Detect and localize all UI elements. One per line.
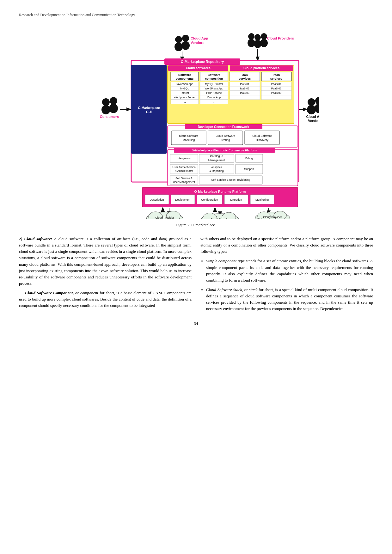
svg-point-4 <box>181 41 190 50</box>
software-composition-header2: composition <box>205 77 223 80</box>
paas-services-header2: services <box>270 77 282 80</box>
user-auth-label: User Authentication <box>172 166 196 169</box>
bullet-list: Simple component type stands for a set o… <box>200 258 373 312</box>
body-left-component: component <box>80 290 98 295</box>
o-marketplace-gui-label2: GUI <box>146 110 152 114</box>
diagram-svg-wrap: Cloud App Vendors Cloud Providers <box>73 23 319 220</box>
ecommerce-platform-label: O-Marketplace Electronic Commerce Platfo… <box>192 149 257 152</box>
svg-point-65 <box>101 105 110 114</box>
body-col-right: with others and to be deployed on a spec… <box>200 236 373 315</box>
page-number: 34 <box>19 321 373 326</box>
iaas-services-header: IaaS <box>242 73 248 76</box>
cloud-sw-component-label: Cloud Software Component, <box>25 290 74 295</box>
runtime-platform-label: O-Marketplace Runtime Platform <box>194 190 246 193</box>
svg-point-5 <box>254 34 261 40</box>
diagram-svg: Cloud App Vendors Cloud Providers <box>73 23 319 219</box>
cloud-platform-services-label: Cloud platform services <box>243 66 279 70</box>
developer-connection-label: Developer Connection Framework <box>198 125 249 129</box>
cloud-app-vendors-right-label: Cloud App <box>306 115 319 119</box>
sw-comp-item-2: MySQL <box>180 87 189 90</box>
body-left-p1: 2) Cloud software: A cloud software is a… <box>19 236 192 287</box>
stack-label: stack <box>249 287 257 292</box>
cloud-sw-modelling-label2: Modelling <box>183 138 195 142</box>
analytics-label2: & Reporting <box>210 169 224 173</box>
svg-rect-44 <box>171 131 206 145</box>
migration-label: Migration <box>230 198 242 201</box>
body-right-p1: with others and to be deployed on a spec… <box>200 236 373 255</box>
cloud-sw-testing-label: Cloud Software <box>216 134 235 137</box>
svg-point-67 <box>109 104 118 113</box>
sw-comp-item-3: Tomcat <box>180 91 189 94</box>
integration-label: Intergration <box>177 157 191 160</box>
svg-point-10 <box>248 39 255 47</box>
sw-comp2-item-3: PHP-Apache <box>206 91 222 94</box>
iaas-item-1: IaaS 01 <box>240 82 249 86</box>
consumers-label: Consumers <box>100 115 119 119</box>
sw-comp2-item-4: Drupal App <box>207 96 221 99</box>
software-components-header2: components <box>176 77 193 80</box>
svg-point-8 <box>260 39 268 47</box>
cloud-app-vendors-top-label2: Vendors <box>191 41 204 45</box>
cloud-app-vendors-top-label: Cloud App <box>191 36 208 40</box>
cloud-sw-modelling-label: Cloud Software <box>179 134 199 137</box>
paas-item-1: PaaS 01 <box>271 82 282 86</box>
self-service-label: Seft Service & <box>175 177 193 180</box>
cloud-providers-icon <box>248 33 268 48</box>
svg-point-66 <box>110 97 117 105</box>
cloud-sw-stack-label: Cloud Software Stack <box>206 287 242 292</box>
cloud-provider-b-label: Cloud Provider <box>211 218 230 219</box>
sw-comp2-item-2: WordPress App <box>205 87 224 90</box>
bullet2-sep: , or <box>242 287 249 292</box>
cloud-providers-label: Cloud Providers <box>267 36 294 40</box>
monitoring-label: Monitoring <box>255 198 269 201</box>
iaas-item-3: IaaS 03 <box>240 91 249 94</box>
deployment-label: Deployment <box>175 198 191 201</box>
body-columns: 2) Cloud software: A cloud software is a… <box>19 236 373 315</box>
paas-item-4: ... <box>275 96 277 99</box>
software-composition-header: Software <box>208 73 220 76</box>
svg-rect-45 <box>208 131 243 145</box>
simple-component-label: Simple component <box>206 259 236 263</box>
svg-point-69 <box>307 105 316 114</box>
sw-comp2-item-5: ... <box>213 100 215 103</box>
sw-comp-item-5: ... <box>183 100 186 103</box>
svg-point-2 <box>175 42 183 51</box>
sw-comp-item-4: Wordpress Server <box>174 96 196 99</box>
body-col-left: 2) Cloud software: A cloud software is a… <box>19 236 192 315</box>
billing-label: Billing <box>245 157 253 160</box>
figure-caption: Figure 2. O-marketplace. <box>176 223 216 228</box>
o-marketplace-gui-label: O-Marketplace <box>138 106 160 110</box>
cloud-sw-testing-label2: Testing <box>221 138 230 142</box>
configuration-label: Configuration <box>201 198 218 201</box>
sw-comp2-item-1: MySQL Cluster <box>205 82 223 86</box>
cloud-provider-c-label: Cloud Provider <box>263 216 282 219</box>
support-label: Support <box>244 167 254 171</box>
svg-rect-46 <box>245 131 279 145</box>
iaas-item-4: ... <box>243 96 246 99</box>
paas-item-2: PaaS 02 <box>271 87 282 90</box>
user-auth-label2: & Administrator <box>175 169 193 173</box>
diagram-area: Cloud App Vendors Cloud Providers <box>19 23 373 233</box>
description-label: Description <box>150 198 164 201</box>
sw-comp-item-1: Java Web App <box>176 82 193 86</box>
svg-point-9 <box>248 33 254 40</box>
svg-point-68 <box>308 98 315 106</box>
svg-point-7 <box>261 33 267 40</box>
svg-point-3 <box>182 35 189 42</box>
svg-point-64 <box>102 98 110 106</box>
cloud-sw-discovery-label: Cloud Software <box>252 134 272 137</box>
section-label: 2) Cloud software: <box>19 236 52 241</box>
paas-services-header: PaaS <box>273 73 280 76</box>
iaas-services-header2: services <box>239 77 251 80</box>
catalogue-mgmt-label2: Management <box>208 159 225 162</box>
svg-point-1 <box>175 36 182 43</box>
self-service-label2: User Management <box>173 180 195 184</box>
cloud-softwares-label: Cloud softwares <box>186 66 211 70</box>
software-components-header: Software <box>178 73 191 76</box>
page-header: Research and Development on Information … <box>19 13 373 17</box>
self-service-provisioning-label: Seft Service & User Provisioning <box>211 178 250 181</box>
body-left-or: or <box>74 290 80 295</box>
o-marketplace-repo-label: O-Marketplace Repository <box>181 60 224 64</box>
cloud-sw-discovery-label2: Discovery <box>256 138 268 142</box>
paas-item-3: PaaS 03 <box>271 91 282 94</box>
